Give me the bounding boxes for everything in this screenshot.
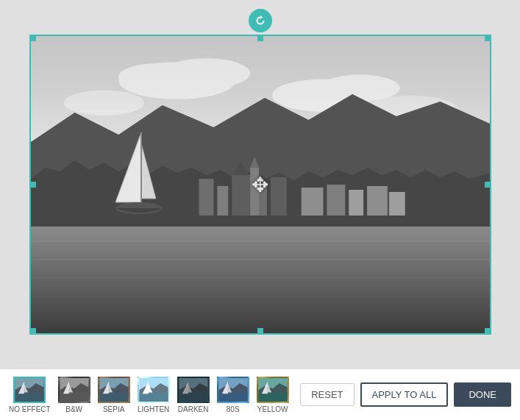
filter-item-lighten[interactable]: LIGHTEN — [138, 377, 170, 413]
handle-middle-left[interactable] — [30, 182, 36, 188]
handle-top-left[interactable] — [30, 35, 36, 41]
done-button[interactable]: DONE — [454, 382, 511, 407]
handle-bottom-middle[interactable] — [257, 328, 263, 334]
svg-marker-26 — [115, 132, 141, 202]
reset-button[interactable]: RESET — [300, 383, 354, 406]
filter-thumb-no-effect — [13, 377, 46, 403]
filter-label-no-effect: NO EFFECT — [9, 405, 51, 413]
svg-rect-57 — [218, 392, 247, 401]
filter-item-yellow[interactable]: YELLOW — [257, 377, 289, 413]
filter-item-80s[interactable]: 80S — [217, 377, 249, 413]
svg-rect-52 — [179, 392, 207, 401]
svg-rect-37 — [60, 392, 88, 401]
svg-rect-19 — [349, 190, 363, 216]
handle-top-middle[interactable] — [257, 35, 263, 41]
filter-label-yellow: YELLOW — [257, 405, 288, 413]
editor-container: ✥ NO EFFECT B&W — [0, 0, 520, 420]
svg-rect-47 — [139, 392, 168, 401]
toolbar: NO EFFECT B&W SEPIA LIGHTEN DARKEN — [0, 369, 520, 420]
filter-thumb-lighten — [138, 377, 170, 403]
image-area: ✥ — [0, 0, 520, 369]
svg-rect-17 — [301, 188, 323, 216]
filter-item-darken[interactable]: DARKEN — [177, 377, 210, 413]
action-buttons: RESET APPLY TO ALL DONE — [300, 382, 511, 407]
svg-rect-11 — [232, 175, 250, 216]
filter-item-sepia[interactable]: SEPIA — [98, 377, 130, 413]
handle-bottom-right[interactable] — [485, 328, 491, 334]
image-frame[interactable]: ✥ — [29, 35, 491, 335]
svg-rect-21 — [388, 192, 405, 216]
filter-label-bw: B&W — [65, 405, 82, 413]
water — [31, 227, 490, 333]
filter-thumb-80s — [217, 377, 249, 403]
svg-rect-10 — [217, 186, 228, 216]
rotate-button[interactable] — [249, 9, 272, 32]
filter-thumb-bw — [58, 377, 90, 403]
handle-top-right[interactable] — [485, 35, 491, 41]
filter-label-lighten: LIGHTEN — [138, 405, 169, 413]
svg-rect-18 — [327, 185, 345, 216]
svg-rect-62 — [258, 392, 287, 401]
filter-thumb-yellow — [257, 377, 289, 403]
svg-marker-27 — [141, 143, 156, 199]
svg-rect-9 — [199, 179, 213, 216]
handle-bottom-left[interactable] — [30, 328, 36, 334]
filter-item-bw[interactable]: B&W — [58, 377, 90, 413]
handle-middle-right[interactable] — [485, 182, 491, 188]
svg-rect-42 — [99, 392, 128, 401]
filter-item-no-effect[interactable]: NO EFFECT — [9, 377, 51, 413]
image-canvas — [31, 36, 490, 333]
filter-thumb-sepia — [98, 377, 130, 403]
svg-rect-15 — [250, 168, 259, 216]
svg-rect-14 — [270, 177, 286, 216]
svg-rect-32 — [15, 392, 44, 401]
filters-list: NO EFFECT B&W SEPIA LIGHTEN DARKEN — [9, 377, 293, 413]
filter-thumb-darken — [177, 377, 210, 403]
filter-label-80s: 80S — [227, 405, 240, 413]
filter-label-sepia: SEPIA — [103, 405, 124, 413]
apply-all-button[interactable]: APPLY TO ALL — [360, 382, 449, 407]
svg-rect-20 — [367, 186, 388, 216]
filter-label-darken: DARKEN — [178, 405, 209, 413]
